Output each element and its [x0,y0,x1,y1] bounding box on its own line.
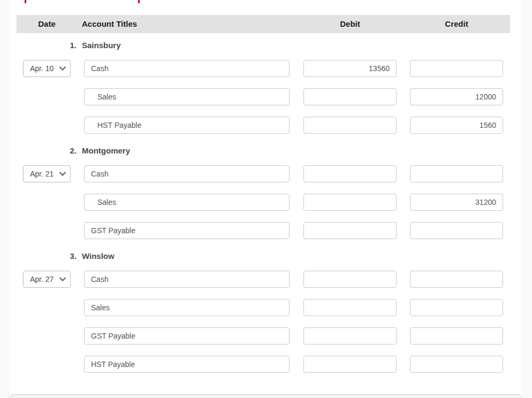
account-title-input[interactable] [84,88,290,105]
debit-input[interactable] [303,165,397,182]
account-title-input[interactable] [84,299,290,316]
credit-input[interactable] [410,222,503,239]
column-header-debit: Debit [303,15,397,33]
table-header-row: Date Account Titles Debit Credit [17,15,510,33]
account-title-input[interactable] [84,222,290,239]
journal-row [9,88,522,105]
account-title-input[interactable] [84,271,290,288]
journal-row: Apr. 21 [9,165,522,182]
account-title-input[interactable] [84,117,290,134]
column-header-date: Date [23,15,71,33]
date-cell [23,356,71,373]
column-header-account-titles: Account Titles [82,15,290,33]
date-select[interactable]: Apr. 27 [23,271,71,288]
entry-rows: Apr. 10 [9,60,522,134]
credit-input[interactable] [410,356,503,373]
date-cell [23,299,71,316]
account-title-input[interactable] [84,356,290,373]
credit-input[interactable] [410,88,503,105]
journal-row [9,356,522,373]
date-cell: Apr. 27 [23,271,71,288]
debit-input[interactable] [303,117,397,134]
entry-heading: 3. Winslow [9,251,522,261]
entry-rows: Apr. 27 [9,271,522,373]
entry-heading: 2. Montgomery [9,146,522,156]
date-cell [23,117,71,134]
question-card: Date Account Titles Debit Credit 1. Sain… [9,0,522,398]
date-cell: Apr. 21 [23,165,71,182]
account-title-input[interactable] [84,165,290,182]
date-select[interactable]: Apr. 10 [23,60,71,77]
credit-input[interactable] [410,165,503,182]
date-cell: Apr. 10 [23,60,71,77]
debit-input[interactable] [303,356,397,373]
entry-title: Sainsbury [82,40,522,50]
entry-title: Winslow [82,251,522,261]
page-background-strip-left [0,0,9,398]
entry-number: 2. [9,146,84,156]
account-title-input[interactable] [84,60,290,77]
next-section-card-top [9,394,522,398]
clipped-red-text-fragment [138,0,140,3]
entries-container: 1. Sainsbury Apr. 10 [9,40,522,373]
entry-title: Montgomery [82,146,522,156]
entry-number: 3. [9,251,84,261]
debit-input[interactable] [303,327,397,345]
debit-input[interactable] [303,194,397,211]
journal-row [9,299,522,316]
debit-input[interactable] [303,88,397,105]
date-cell [23,88,71,105]
clipped-red-text-fragment [25,0,26,3]
debit-input[interactable] [303,299,397,316]
entry-number: 1. [9,40,84,50]
debit-input[interactable] [303,60,397,77]
date-cell [23,222,71,239]
credit-input[interactable] [410,60,503,77]
journal-row [9,194,522,211]
account-title-input[interactable] [84,194,290,211]
journal-entry: 2. Montgomery Apr. 21 [9,146,522,239]
credit-input[interactable] [410,117,503,134]
date-cell [23,327,71,345]
date-select[interactable]: Apr. 21 [23,165,71,182]
journal-row: Apr. 27 [9,271,522,288]
page-background-strip-right [522,0,532,398]
credit-input[interactable] [410,194,503,211]
entry-rows: Apr. 21 [9,165,522,239]
journal-entry: 3. Winslow Apr. 27 [9,251,522,373]
column-header-credit: Credit [410,15,503,33]
journal-row [9,117,522,134]
credit-input[interactable] [410,327,503,345]
entry-heading: 1. Sainsbury [9,40,522,50]
journal-row: Apr. 10 [9,60,522,77]
account-title-input[interactable] [84,327,290,345]
credit-input[interactable] [410,271,503,288]
credit-input[interactable] [410,299,503,316]
journal-entry: 1. Sainsbury Apr. 10 [9,40,522,134]
date-cell [23,194,71,211]
journal-row [9,222,522,239]
debit-input[interactable] [303,271,397,288]
debit-input[interactable] [303,222,397,239]
journal-row [9,327,522,345]
